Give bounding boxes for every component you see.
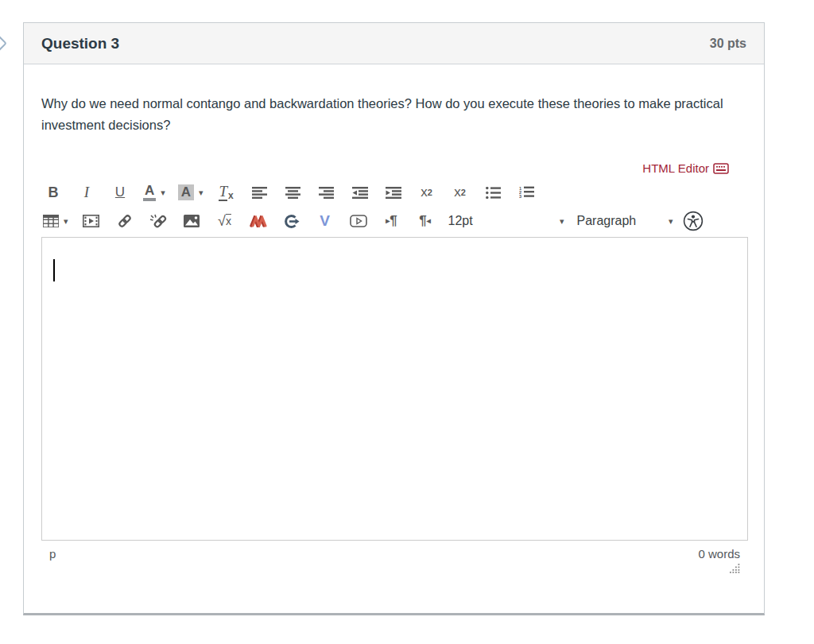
- font-size-value: 12pt: [448, 214, 473, 228]
- bullet-list-button[interactable]: [482, 180, 506, 204]
- unlink-button[interactable]: [146, 209, 170, 233]
- video-play-icon: [350, 215, 367, 227]
- media-icon: [83, 215, 99, 227]
- keyboard-icon: [713, 163, 729, 174]
- align-left-icon: [252, 187, 267, 199]
- editor-toolbar-row-2: ▾: [41, 207, 746, 235]
- table-icon: [43, 215, 59, 227]
- accessibility-checker-button[interactable]: [681, 209, 705, 233]
- accessibility-icon: [683, 211, 704, 231]
- equation-var: x: [226, 215, 231, 227]
- rtl-direction-button[interactable]: ¶◂: [413, 209, 437, 233]
- question-points: 30 pts: [710, 37, 746, 51]
- svg-text:3: 3: [519, 194, 521, 199]
- clear-formatting-x: x: [228, 190, 234, 201]
- link-button[interactable]: [113, 209, 137, 233]
- superscript-exp: 2: [428, 188, 432, 197]
- link-icon: [117, 214, 133, 228]
- outdent-button[interactable]: [348, 180, 372, 204]
- ltr-pilcrow: ¶: [390, 213, 397, 229]
- chevron-down-icon: ▾: [64, 216, 68, 227]
- align-right-button[interactable]: [315, 180, 339, 204]
- subscript-sub: 2: [461, 188, 466, 197]
- outdent-icon: [352, 187, 368, 199]
- clear-formatting-button[interactable]: T x: [215, 180, 238, 204]
- bold-button[interactable]: B: [41, 180, 65, 204]
- align-center-button[interactable]: [281, 180, 305, 204]
- align-center-icon: [285, 187, 300, 199]
- question-header: Question 3 30 pts: [24, 23, 764, 64]
- underline-icon: U: [115, 184, 125, 200]
- resize-grip-icon[interactable]: [730, 562, 740, 576]
- chevron-down-icon: ▾: [161, 188, 165, 198]
- image-button[interactable]: [180, 209, 204, 233]
- italic-icon: I: [84, 184, 89, 201]
- font-size-dropdown[interactable]: 12pt ▾: [447, 209, 566, 233]
- align-left-button[interactable]: [248, 180, 272, 204]
- subscript-icon: x: [454, 184, 461, 200]
- rtl-pilcrow: ¶: [419, 213, 426, 229]
- v-tool-button[interactable]: V: [313, 209, 337, 233]
- text-color-icon: A: [143, 184, 156, 201]
- chevron-down-icon: ▾: [560, 216, 564, 227]
- question-text: Why do we need normal contango and backw…: [41, 93, 746, 136]
- word-count: 0 words: [698, 547, 740, 561]
- media-button[interactable]: [79, 209, 103, 233]
- superscript-icon: x: [421, 184, 428, 200]
- c-arrow-icon: [284, 215, 300, 228]
- equation-button[interactable]: √x: [213, 209, 237, 233]
- unlink-icon: [149, 214, 167, 229]
- html-editor-label: HTML Editor: [642, 161, 709, 175]
- question-nav-marker: [0, 33, 7, 54]
- italic-button[interactable]: I: [75, 180, 99, 204]
- bullet-list-icon: [486, 187, 501, 199]
- bold-icon: B: [48, 184, 59, 201]
- text-color-button[interactable]: A ▾: [141, 180, 167, 204]
- editor-toolbar-row-1: B I U A ▾ A ▾ T x: [41, 178, 746, 207]
- clear-formatting-icon: T: [219, 184, 227, 201]
- numbered-list-button[interactable]: 1 2 3: [515, 180, 539, 204]
- align-right-icon: [319, 187, 334, 199]
- paragraph-format-dropdown[interactable]: Paragraph ▾: [576, 209, 675, 233]
- v-tool-icon: V: [320, 212, 330, 230]
- red-waves-tool-button[interactable]: [246, 209, 270, 233]
- video-embed-button[interactable]: [347, 209, 370, 233]
- chevron-down-icon: ▾: [199, 188, 204, 198]
- rtl-triangle-icon: ◂: [427, 216, 431, 225]
- html-editor-link[interactable]: HTML Editor: [41, 161, 746, 175]
- background-color-icon: A: [178, 184, 194, 200]
- background-color-button[interactable]: A ▾: [176, 180, 205, 204]
- ltr-direction-button[interactable]: ▸¶: [380, 209, 404, 233]
- red-waves-icon: [250, 215, 267, 227]
- paragraph-format-value: Paragraph: [577, 214, 637, 228]
- numbered-list-icon: 1 2 3: [519, 186, 534, 199]
- subscript-button[interactable]: x2: [448, 180, 472, 204]
- element-path: p: [49, 547, 56, 561]
- external-tool-arrow-button[interactable]: [280, 209, 304, 233]
- chevron-down-icon: ▾: [669, 216, 673, 227]
- image-icon: [184, 215, 200, 227]
- rich-content-editor: HTML Editor B I U A: [41, 161, 746, 576]
- question-title: Question 3: [41, 35, 119, 52]
- superscript-button[interactable]: x2: [415, 180, 439, 204]
- editor-status-bar: p 0 words: [41, 541, 748, 576]
- question-panel: Question 3 30 pts Why do we need normal …: [23, 22, 765, 615]
- indent-button[interactable]: [382, 180, 405, 204]
- underline-button[interactable]: U: [108, 180, 132, 204]
- equation-icon: √: [218, 213, 226, 230]
- indent-icon: [386, 187, 401, 199]
- text-cursor: [53, 259, 55, 281]
- table-button[interactable]: ▾: [41, 209, 70, 233]
- rich-text-editor-body[interactable]: [41, 237, 748, 541]
- ltr-triangle-icon: ▸: [386, 216, 390, 225]
